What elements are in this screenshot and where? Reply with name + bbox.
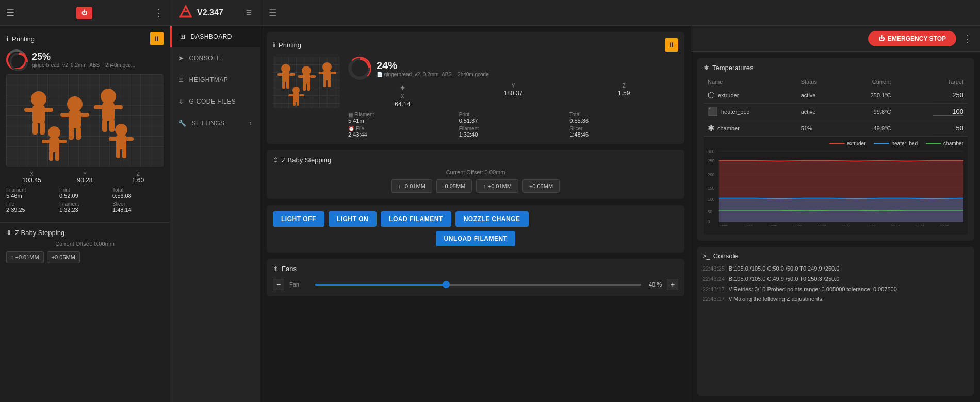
- hamburger-icon[interactable]: ☰: [6, 7, 14, 19]
- fan-ctrl-plus[interactable]: +: [667, 279, 678, 290]
- console-line: 22:43:17 // Making the following Z adjus…: [703, 294, 969, 305]
- nav-item-gcode-files[interactable]: ⇩ G-CODE FILES: [170, 91, 260, 112]
- svg-text:100: 100: [708, 197, 715, 202]
- svg-text:23:31: 23:31: [842, 224, 851, 226]
- svg-point-26: [115, 124, 127, 136]
- emergency-icon: ⏻: [878, 35, 885, 42]
- fans-card: ✳ Fans − Fan 40 % +: [267, 259, 684, 296]
- svg-point-8: [67, 96, 83, 112]
- right-content: ❄ Temperatures Name Status Current Targe…: [691, 52, 980, 402]
- emergency-stop-button[interactable]: ⏻ EMERGENCY STOP: [868, 31, 956, 46]
- progress-row-left: 25% gingerbread_v2_0.2mm_ABS__2h40m.gco.…: [6, 49, 164, 70]
- main-progress-pct: 24%: [377, 60, 489, 72]
- heater-bed-legend: heater_bed: [874, 141, 918, 146]
- console-log[interactable]: 22:43:25 B:105.0 /105.0 C:50.0 /50.0 T0:…: [703, 264, 969, 391]
- temperatures-header: ❄ Temperatures: [704, 64, 968, 72]
- z-baby-title-left: ⇕ Z Baby Stepping: [6, 229, 164, 237]
- pause-button-left[interactable]: ⏸: [150, 32, 164, 45]
- more-options-icon-right[interactable]: ⋮: [962, 33, 972, 44]
- nav-item-console[interactable]: ➤ CONSOLE: [170, 47, 260, 69]
- svg-rect-19: [109, 119, 115, 132]
- nozzle-change-button[interactable]: NOZZLE CHANGE: [455, 211, 529, 227]
- print-status: 24% 📄 gingerbread_v2_0.2mm_ABS__2h40m.gc…: [273, 57, 678, 138]
- offset-plus-001-btn[interactable]: ↑ +0.01MM: [476, 179, 518, 193]
- extruder-legend: extruder: [829, 141, 866, 146]
- svg-rect-55: [299, 94, 304, 96]
- table-row: ✱ chamber 51% 49.9°C: [704, 120, 968, 137]
- offset-minus-001-btn[interactable]: ↓ -0.01MM: [391, 179, 432, 193]
- svg-rect-29: [125, 137, 134, 141]
- svg-rect-57: [297, 100, 299, 106]
- printing-card: ℹ Printing ⏸: [267, 32, 684, 144]
- load-filament-button[interactable]: LOAD FILAMENT: [381, 211, 451, 227]
- printing-section-left: ℹ Printing ⏸ 25% gingerbread_v2_0.2mm_AB…: [0, 26, 170, 223]
- svg-rect-41: [303, 74, 310, 84]
- heightmap-icon: ⊟: [178, 76, 184, 83]
- offset-btns-main: ↓ -0.01MM -0.05MM ↑ +0.01MM +0.05MM: [273, 179, 678, 193]
- nav-hamburger-icon[interactable]: ☰: [246, 9, 252, 16]
- svg-rect-28: [109, 137, 117, 141]
- nav-item-heightmap[interactable]: ⊟ HEIGHTMAP: [170, 69, 260, 91]
- down-arrow-icon: ↓: [398, 183, 401, 189]
- stats-grid-left: Filament 5.46m Print 0:52:09 Total 0:56:…: [6, 187, 164, 213]
- offset-minus-005-btn[interactable]: -0.05MM: [436, 179, 472, 193]
- svg-rect-45: [307, 83, 310, 91]
- fan-slider[interactable]: [315, 284, 641, 286]
- svg-rect-9: [69, 110, 81, 128]
- nav-item-settings[interactable]: 🔧 SETTINGS ‹: [170, 112, 260, 134]
- extruder-target-input[interactable]: [933, 91, 963, 99]
- svg-text:23:27: 23:27: [743, 224, 752, 226]
- temperature-chart: extruder heater_bed chamber: [704, 137, 968, 234]
- main-hamburger-icon[interactable]: ☰: [269, 7, 277, 19]
- svg-rect-4: [24, 108, 34, 112]
- svg-text:0: 0: [708, 219, 710, 224]
- fans-row: − Fan 40 % +: [273, 279, 678, 290]
- chart-legend: extruder heater_bed chamber: [708, 141, 963, 146]
- file-name-left: gingerbread_v2_0.2mm_ABS__2h40m.gco...: [32, 62, 135, 68]
- fans-icon: ✳: [273, 265, 279, 273]
- svg-rect-48: [319, 72, 324, 74]
- svg-rect-18: [102, 119, 107, 132]
- fan-percentage: 40 %: [646, 281, 662, 288]
- up-arrow-icon: ↑: [483, 183, 486, 189]
- left-header: ☰ ⏻ ⋮: [0, 0, 170, 26]
- svg-rect-37: [289, 73, 295, 76]
- printing-card-title: ℹ Printing: [273, 41, 301, 49]
- console-header: >_ Console: [703, 252, 969, 260]
- svg-rect-12: [69, 127, 74, 140]
- svg-text:23:26: 23:26: [719, 224, 728, 226]
- heater-bed-target-input[interactable]: [933, 108, 963, 116]
- svg-rect-17: [113, 105, 123, 109]
- svg-rect-25: [55, 150, 59, 161]
- unload-filament-button[interactable]: UNLOAD FILAMENT: [436, 231, 516, 246]
- svg-rect-30: [116, 148, 120, 158]
- table-row: ⬛ heater_bed active 99.8°C: [704, 104, 968, 120]
- action-buttons-row2: UNLOAD FILAMENT: [273, 231, 678, 246]
- light-off-button[interactable]: LIGHT OFF: [273, 211, 324, 227]
- chamber-target-input[interactable]: [933, 124, 963, 132]
- offset-plus-005-btn[interactable]: +0.05MM: [522, 179, 560, 193]
- progress-circle-main: [348, 57, 371, 80]
- temp-icon: ❄: [704, 64, 709, 72]
- offset-label-left: Current Offset: 0.00mm: [6, 241, 164, 247]
- svg-rect-49: [331, 72, 336, 74]
- settings-icon: 🔧: [178, 120, 187, 127]
- svg-rect-31: [122, 148, 126, 158]
- offset-plus-001-btn-left[interactable]: ↑ +0.01MM: [6, 251, 44, 263]
- light-on-button[interactable]: LIGHT ON: [329, 211, 377, 227]
- col-status-header: Status: [797, 77, 842, 87]
- nav-item-dashboard[interactable]: ⊞ DASHBOARD: [170, 26, 260, 47]
- offset-buttons-left: ↑ +0.01MM +0.05MM: [6, 251, 164, 263]
- print-thumbnail: [273, 57, 340, 108]
- pause-button-main[interactable]: ⏸: [665, 38, 678, 52]
- fan-ctrl-minus[interactable]: −: [273, 279, 284, 290]
- z-baby-card-title: ⇕ Z Baby Stepping: [273, 156, 678, 164]
- svg-rect-22: [42, 140, 50, 143]
- action-buttons-row1: LIGHT OFF LIGHT ON LOAD FILAMENT NOZZLE …: [273, 211, 678, 227]
- emergency-stop-button-left[interactable]: ⏻: [76, 7, 92, 19]
- offset-plus-005-btn-left[interactable]: +0.05MM: [47, 251, 80, 263]
- svg-text:23:30: 23:30: [817, 224, 826, 226]
- more-options-icon-left[interactable]: ⋮: [154, 7, 164, 19]
- nav-panel: V2.347 ☰ ⊞ DASHBOARD ➤ CONSOLE ⊟ HEIGHTM…: [170, 0, 260, 402]
- svg-text:23:33: 23:33: [891, 224, 900, 226]
